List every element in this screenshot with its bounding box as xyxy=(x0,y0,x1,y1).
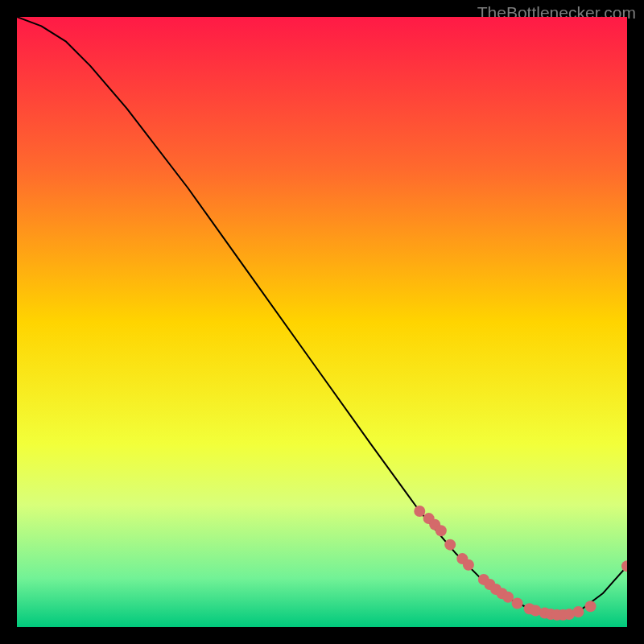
plot-area xyxy=(17,17,627,627)
data-point xyxy=(436,525,447,536)
data-point xyxy=(585,601,597,612)
data-point xyxy=(572,606,584,617)
chart-svg xyxy=(17,17,627,627)
data-point xyxy=(444,539,456,551)
data-point xyxy=(414,506,425,517)
gradient-background xyxy=(17,17,627,627)
data-point xyxy=(463,559,474,571)
chart-stage: TheBottlenecker.com xyxy=(0,0,644,644)
data-point xyxy=(502,592,514,603)
data-point xyxy=(512,597,523,609)
